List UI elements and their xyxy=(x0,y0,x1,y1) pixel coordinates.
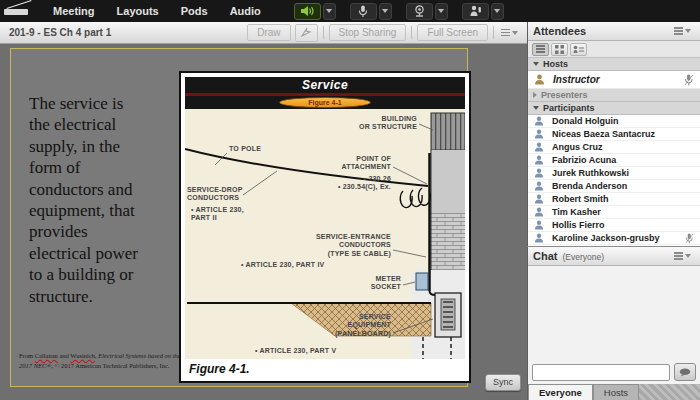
participant-name: Robert Smith xyxy=(552,194,609,204)
right-panel: Attendees Hosts Instructor xyxy=(527,22,700,400)
chat-input[interactable] xyxy=(532,364,670,381)
pointer-icon xyxy=(301,27,312,37)
participant-row[interactable]: Brenda Anderson xyxy=(528,180,700,193)
host-row-instructor[interactable]: Instructor xyxy=(528,71,700,89)
participant-row[interactable]: Hollis Fierro xyxy=(528,219,700,232)
slide-body-text: The service is the electrical supply, in… xyxy=(29,93,181,307)
hosts-label: Hosts xyxy=(543,59,568,69)
participant-avatar-icon xyxy=(534,207,544,217)
menu-item[interactable]: Layouts xyxy=(106,0,170,22)
menu-item[interactable]: Meeting xyxy=(42,0,106,22)
label-poa-refs: • 230.26 • 230.54(C), Ex. xyxy=(291,175,391,192)
attendee-status-view-button[interactable] xyxy=(570,43,587,56)
participant-mic-icon xyxy=(685,233,694,244)
slide: The service is the electrical supply, in… xyxy=(10,48,468,387)
figure-number-badge: Figure 4-1 xyxy=(279,97,371,108)
webcam-icon xyxy=(413,5,426,17)
set-status-dropdown[interactable] xyxy=(491,3,504,20)
attendees-pod-menu-button[interactable] xyxy=(670,26,695,37)
participant-name: Brenda Anderson xyxy=(552,181,627,191)
participant-name: Donald Holguin xyxy=(552,116,619,126)
speaker-icon xyxy=(300,5,314,17)
chat-scope: (Everyone) xyxy=(562,252,604,262)
list-view-icon xyxy=(536,45,545,53)
service-diagram: BUILDING OR STRUCTURE TO POLE POINT OF A… xyxy=(185,109,465,359)
draw-button[interactable]: Draw xyxy=(247,24,290,41)
participant-row[interactable]: Niceas Baeza Santacruz xyxy=(528,128,700,141)
pointer-button[interactable] xyxy=(295,24,318,42)
host-avatar-icon xyxy=(534,74,545,85)
participant-row[interactable]: Fabrizio Acuna xyxy=(528,154,700,167)
participant-name: Fabrizio Acuna xyxy=(552,155,616,165)
attendee-list-view-button[interactable] xyxy=(532,43,549,56)
label-service-entrance-ref: • ARTICLE 230, PART IV xyxy=(241,261,324,269)
app-logo xyxy=(2,2,42,20)
chat-tab-hosts[interactable]: Hosts xyxy=(593,384,639,400)
figure-header: Service Figure 4-1 xyxy=(185,77,465,109)
expand-icon xyxy=(533,92,537,98)
attendees-header: Attendees xyxy=(528,22,700,41)
participant-name: Angus Cruz xyxy=(552,142,603,152)
attendees-toolbar xyxy=(528,41,700,58)
chat-send-button[interactable] xyxy=(674,363,696,381)
participant-avatar-icon xyxy=(534,142,544,152)
slide-citation: From Callanan and Wusinich, Electrical S… xyxy=(19,351,191,371)
participant-avatar-icon xyxy=(534,116,544,126)
grid-view-icon xyxy=(555,45,564,54)
presenters-section-header[interactable]: Presenters xyxy=(528,89,700,102)
participant-row[interactable]: Donald Holguin xyxy=(528,115,700,128)
share-pod-title: 201-9 - ES Ch 4 part 1 xyxy=(5,27,245,38)
participant-avatar-icon xyxy=(534,233,544,243)
speaker-dropdown[interactable] xyxy=(323,3,336,20)
share-pod-titlebar: 201-9 - ES Ch 4 part 1 Draw Stop Sharing… xyxy=(0,22,527,44)
menu-item[interactable]: Pods xyxy=(170,0,219,22)
participant-row[interactable]: Jurek Ruthkowski xyxy=(528,167,700,180)
participant-row[interactable]: Tim Kasher xyxy=(528,206,700,219)
host-name: Instructor xyxy=(553,74,600,85)
stop-sharing-button[interactable]: Stop Sharing xyxy=(329,24,407,41)
participant-avatar-icon xyxy=(534,181,544,191)
hosts-section-header[interactable]: Hosts xyxy=(528,58,700,71)
participants-section-header[interactable]: Participants xyxy=(528,102,700,115)
label-service-entrance: SERVICE-ENTRANCE CONDUCTORS (TYPE SE CAB… xyxy=(241,233,391,258)
label-service-equipment-ref: • ARTICLE 230, PART V xyxy=(255,347,336,355)
webcam-dropdown[interactable] xyxy=(435,3,448,20)
sync-button[interactable]: Sync xyxy=(485,374,521,391)
participant-avatar-icon xyxy=(534,194,544,204)
participant-avatar-icon xyxy=(534,220,544,230)
set-status-button[interactable] xyxy=(462,3,489,20)
microphone-dropdown[interactable] xyxy=(379,3,392,20)
raise-hand-icon xyxy=(469,5,482,17)
chat-pod-menu-button[interactable] xyxy=(670,251,695,262)
attendees-title: Attendees xyxy=(533,25,586,37)
collapse-icon xyxy=(533,62,539,66)
participant-row[interactable]: Robert Smith xyxy=(528,193,700,206)
menu-item[interactable]: Audio xyxy=(219,0,272,22)
label-building: BUILDING OR STRUCTURE xyxy=(307,115,417,132)
label-service-drop-ref: • ARTICLE 230, PART II xyxy=(191,206,244,223)
figure-caption: Figure 4-1. xyxy=(185,359,465,377)
speaker-button[interactable] xyxy=(294,3,321,20)
chat-message-area xyxy=(528,266,700,360)
participant-row[interactable]: Karoline Jackson-grusby xyxy=(528,232,700,245)
microphone-icon xyxy=(358,5,368,18)
participant-name: Jurek Ruthkowski xyxy=(552,168,629,178)
chat-header: Chat (Everyone) xyxy=(528,247,700,266)
microphone-button[interactable] xyxy=(350,3,377,20)
participant-row[interactable]: Angus Cruz xyxy=(528,141,700,154)
participant-avatar-icon xyxy=(534,129,544,139)
chat-title: Chat xyxy=(533,250,557,262)
full-screen-button[interactable]: Full Screen xyxy=(417,24,488,41)
attendee-grid-view-button[interactable] xyxy=(551,43,568,56)
participants-label: Participants xyxy=(543,103,595,113)
figure-4-1: Service Figure 4-1 xyxy=(179,71,471,383)
figure-title: Service xyxy=(185,77,465,93)
chat-tab-everyone[interactable]: Everyone xyxy=(528,384,593,400)
label-to-pole: TO POLE xyxy=(229,145,261,153)
webcam-button[interactable] xyxy=(406,3,433,20)
label-service-equipment: SERVICE EQUIPMENT (PANELBOARD) xyxy=(299,313,391,338)
participant-name: Hollis Fierro xyxy=(552,220,605,230)
participant-avatar-icon xyxy=(534,168,544,178)
share-pod-menu-button[interactable] xyxy=(497,27,522,38)
label-point-of-attachment: POINT OF ATTACHMENT xyxy=(281,155,391,172)
